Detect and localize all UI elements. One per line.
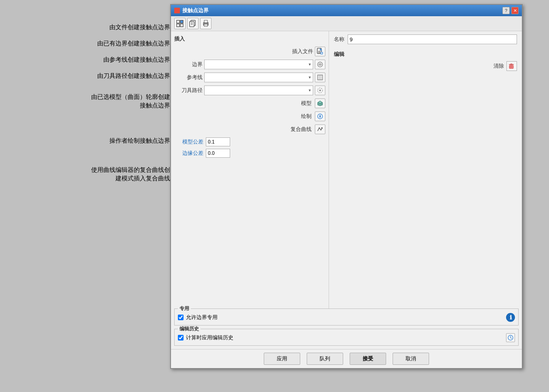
model-row: 模型 — [174, 99, 325, 108]
draw-button[interactable] — [315, 111, 325, 121]
svg-rect-2 — [177, 24, 179, 27]
info-icon[interactable]: ℹ — [506, 313, 515, 322]
annotation-7: 使用曲线编辑器的复合曲线创建模式插入复合曲线 — [91, 165, 170, 182]
model-label: 模型 — [301, 100, 312, 107]
svg-point-22 — [318, 62, 323, 67]
svg-rect-10 — [204, 20, 207, 23]
history-group: 编辑历史 计算时应用编辑历史 — [174, 329, 519, 346]
insert-file-button[interactable] — [315, 47, 325, 56]
toolbar-btn-2[interactable] — [187, 18, 199, 29]
history-checkbox[interactable] — [178, 335, 184, 341]
insert-section-title: 插入 — [174, 34, 325, 43]
draw-row: 绘制 — [174, 111, 325, 121]
help-button[interactable]: ? — [502, 7, 510, 14]
svg-point-27 — [319, 90, 321, 91]
boundary-label: 边界 — [174, 61, 203, 68]
main-content: 插入 插入文件 — [171, 31, 522, 308]
refline-action-button[interactable] — [315, 73, 325, 82]
svg-rect-32 — [509, 65, 513, 69]
model-tol-link[interactable]: 模型公差 — [182, 138, 203, 146]
copy-icon — [189, 20, 197, 27]
refline-select[interactable] — [204, 73, 313, 82]
special-group: 专用 允许边界专用 ℹ — [174, 308, 519, 326]
svg-marker-29 — [318, 101, 323, 103]
special-content: 允许边界专用 ℹ — [178, 313, 515, 322]
annotation-area: 由文件创建接触点边界 由已有边界创建接触点边界 由参考线创建接触点边界 由刀具路… — [0, 0, 170, 392]
cancel-button[interactable]: 取消 — [393, 353, 429, 365]
apply-button[interactable]: 应用 — [264, 353, 300, 365]
svg-rect-1 — [180, 20, 183, 23]
svg-rect-23 — [318, 75, 323, 80]
close-button[interactable]: ✕ — [511, 7, 519, 14]
annotation-2: 由已有边界创建接触点边界 — [97, 40, 170, 47]
svg-rect-3 — [180, 24, 183, 27]
annotation-1: 由文件创建接触点边界 — [109, 24, 170, 31]
right-panel: 名称 编辑 清除 — [329, 31, 522, 308]
edit-section: 编辑 清除 — [334, 51, 517, 71]
accept-button[interactable]: 接受 — [350, 353, 386, 365]
history-checkbox-row: 计算时应用编辑历史 — [178, 334, 233, 341]
refline-row: 参考线 — [174, 73, 325, 82]
clear-row: 清除 — [334, 61, 517, 71]
special-checkbox-row: 允许边界专用 — [178, 314, 218, 321]
left-panel: 插入 插入文件 — [171, 31, 329, 308]
footer: 应用 队列 接受 取消 — [171, 349, 522, 368]
insert-file-row: 插入文件 — [174, 47, 325, 56]
name-row: 名称 — [334, 34, 517, 44]
special-title: 专用 — [178, 305, 191, 312]
clear-button[interactable] — [506, 61, 517, 71]
history-title: 编辑历史 — [178, 326, 201, 332]
name-label: 名称 — [334, 36, 344, 43]
special-checkbox[interactable] — [178, 315, 184, 320]
edge-tol-row: 边缘公差 — [174, 149, 325, 158]
toolbar-btn-3[interactable] — [200, 18, 211, 29]
dialog-title: 接触点边界 — [174, 7, 209, 14]
annotation-5: 由已选模型（曲面）轮廓创建接触点边界 — [91, 92, 170, 109]
composite-label: 复合曲线 — [291, 126, 312, 133]
model-tol-input[interactable] — [206, 137, 230, 146]
svg-rect-0 — [177, 20, 179, 23]
model-button[interactable] — [315, 99, 325, 108]
dialog-icon — [174, 8, 180, 13]
special-checkbox-label: 允许边界专用 — [186, 314, 218, 321]
clear-label: 清除 — [493, 62, 504, 70]
refline-label: 参考线 — [174, 74, 203, 81]
insert-file-text: 插入文件 — [292, 48, 313, 55]
toolpath-label: 刀具路径 — [174, 87, 203, 94]
annotation-3: 由参考线创建接触点边界 — [103, 56, 170, 64]
toolpath-select-wrapper — [204, 86, 313, 95]
history-content: 计算时应用编辑历史 — [178, 333, 515, 342]
new-icon — [176, 20, 184, 27]
history-checkbox-label: 计算时应用编辑历史 — [186, 334, 233, 341]
toolpath-action-button[interactable] — [315, 86, 325, 95]
queue-button[interactable]: 队列 — [307, 353, 343, 365]
toolbar — [171, 16, 522, 31]
svg-line-39 — [511, 338, 512, 338]
composite-button[interactable] — [315, 124, 325, 134]
boundary-row: 边界 — [174, 60, 325, 69]
print-icon — [202, 20, 209, 27]
toolpath-row: 刀具路径 — [174, 86, 325, 95]
boundary-select[interactable] — [204, 60, 313, 69]
composite-row: 复合曲线 — [174, 124, 325, 134]
boundary-action-button[interactable] — [315, 60, 325, 69]
model-tol-row: 模型公差 — [174, 137, 325, 146]
name-input[interactable] — [348, 34, 517, 44]
titlebar: 接触点边界 ? ✕ — [171, 5, 522, 16]
edge-tol-input[interactable] — [206, 149, 230, 158]
refline-select-wrapper — [204, 73, 313, 82]
edit-section-title: 编辑 — [334, 51, 517, 58]
draw-label: 绘制 — [301, 113, 312, 120]
boundary-select-wrapper — [204, 60, 313, 69]
clock-icon[interactable] — [506, 333, 515, 342]
svg-rect-5 — [190, 21, 194, 27]
edge-tol-link[interactable]: 边缘公差 — [182, 150, 203, 157]
annotation-4: 由刀具路径创建接触点边界 — [97, 72, 170, 80]
bottom-sections: 专用 允许边界专用 ℹ 编辑历史 计算时应用编辑历史 — [171, 308, 522, 349]
toolpath-select[interactable] — [204, 86, 313, 95]
main-dialog: 接触点边界 ? ✕ — [170, 4, 523, 369]
titlebar-controls: ? ✕ — [502, 7, 519, 14]
toolbar-btn-1[interactable] — [174, 18, 186, 29]
annotation-6: 操作者绘制接触点边界 — [109, 137, 170, 145]
